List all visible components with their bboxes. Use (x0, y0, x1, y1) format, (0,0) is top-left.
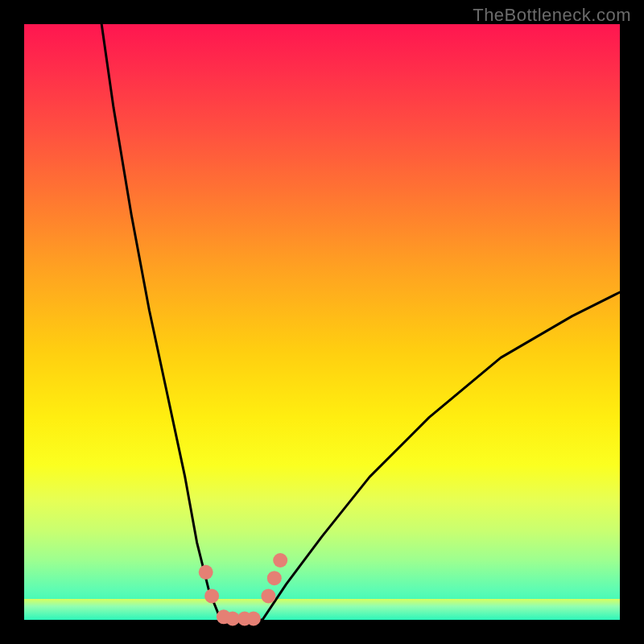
data-point-marker (199, 565, 213, 580)
curve-layer (24, 24, 620, 620)
watermark-text: TheBottleneck.com (473, 5, 631, 26)
data-point-marker (261, 588, 275, 603)
data-point-marker (246, 612, 261, 626)
data-point-marker (273, 553, 287, 568)
data-point-marker (267, 571, 282, 585)
chart-frame: TheBottleneck.com (0, 0, 644, 644)
data-point-marker (204, 588, 219, 603)
bottleneck-curve (101, 24, 620, 620)
